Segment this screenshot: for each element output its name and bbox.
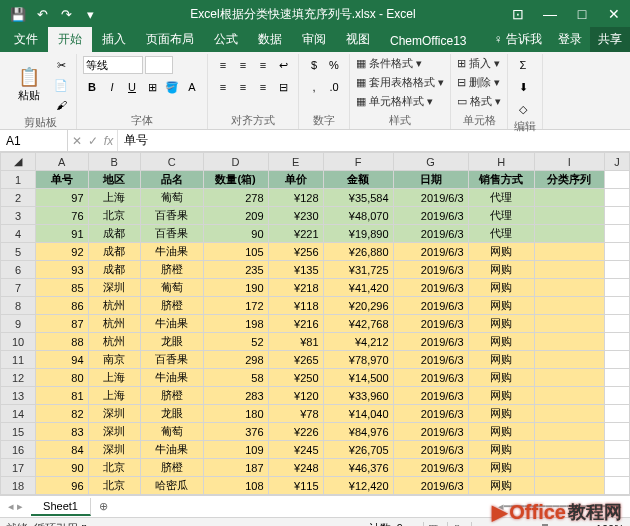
row-head[interactable]: 2 xyxy=(1,189,36,207)
cell[interactable]: ¥41,420 xyxy=(323,279,393,297)
row-head[interactable]: 12 xyxy=(1,369,36,387)
cell[interactable]: 2019/6/3 xyxy=(393,369,468,387)
row-head[interactable]: 6 xyxy=(1,261,36,279)
cell[interactable] xyxy=(534,477,604,495)
col-head[interactable]: C xyxy=(141,153,204,171)
tab-insert[interactable]: 插入 xyxy=(92,27,136,52)
close-icon[interactable]: ✕ xyxy=(602,6,626,22)
cond-format-button[interactable]: ▦条件格式 ▾ xyxy=(356,56,422,71)
cell[interactable]: ¥14,040 xyxy=(323,405,393,423)
cell[interactable]: 90 xyxy=(36,459,89,477)
cell[interactable]: 脐橙 xyxy=(141,459,204,477)
cell[interactable]: 209 xyxy=(203,207,268,225)
cell[interactable]: 86 xyxy=(36,297,89,315)
cell[interactable]: 北京 xyxy=(88,207,141,225)
row-head[interactable]: 10 xyxy=(1,333,36,351)
header-cell[interactable]: 销售方式 xyxy=(468,171,534,189)
cell[interactable]: 96 xyxy=(36,477,89,495)
align-mid-icon[interactable]: ≡ xyxy=(234,56,252,74)
cell[interactable] xyxy=(534,333,604,351)
row-head[interactable]: 13 xyxy=(1,387,36,405)
cell[interactable]: 2019/6/3 xyxy=(393,207,468,225)
cell[interactable]: 葡萄 xyxy=(141,189,204,207)
cell[interactable]: ¥245 xyxy=(268,441,323,459)
row-head[interactable]: 17 xyxy=(1,459,36,477)
cut-icon[interactable]: ✂ xyxy=(52,56,70,74)
currency-icon[interactable]: $ xyxy=(305,56,323,74)
delete-cells-button[interactable]: ⊟删除 ▾ xyxy=(457,75,500,90)
table-format-button[interactable]: ▦套用表格格式 ▾ xyxy=(356,75,444,90)
col-head[interactable]: D xyxy=(203,153,268,171)
ribbon-options-icon[interactable]: ⊡ xyxy=(506,6,530,22)
cell[interactable] xyxy=(534,189,604,207)
cell[interactable]: 网购 xyxy=(468,459,534,477)
cell[interactable]: 成都 xyxy=(88,243,141,261)
cell[interactable]: 牛油果 xyxy=(141,441,204,459)
row-head[interactable]: 11 xyxy=(1,351,36,369)
maximize-icon[interactable]: □ xyxy=(570,6,594,22)
cell[interactable]: 深圳 xyxy=(88,279,141,297)
cell[interactable]: 深圳 xyxy=(88,405,141,423)
cell[interactable]: 2019/6/3 xyxy=(393,405,468,423)
cell[interactable] xyxy=(534,243,604,261)
view-pagebreak-icon[interactable]: ▭ xyxy=(471,522,491,526)
cell[interactable]: 北京 xyxy=(88,459,141,477)
cell[interactable]: 成都 xyxy=(88,261,141,279)
tab-data[interactable]: 数据 xyxy=(248,27,292,52)
cell[interactable]: 80 xyxy=(36,369,89,387)
cell[interactable]: 网购 xyxy=(468,261,534,279)
bold-button[interactable]: B xyxy=(83,78,101,96)
cell[interactable]: 南京 xyxy=(88,351,141,369)
align-right-icon[interactable]: ≡ xyxy=(254,78,272,96)
col-head[interactable]: I xyxy=(534,153,604,171)
cell[interactable]: 百香果 xyxy=(141,225,204,243)
cell[interactable] xyxy=(534,369,604,387)
share-button[interactable]: 共享 xyxy=(590,27,630,52)
cell[interactable]: 376 xyxy=(203,423,268,441)
tab-review[interactable]: 审阅 xyxy=(292,27,336,52)
cell[interactable]: ¥12,420 xyxy=(323,477,393,495)
cell[interactable]: ¥226 xyxy=(268,423,323,441)
cell[interactable]: 2019/6/3 xyxy=(393,243,468,261)
cell[interactable]: ¥81 xyxy=(268,333,323,351)
cell[interactable]: 成都 xyxy=(88,225,141,243)
cell[interactable]: 2019/6/3 xyxy=(393,279,468,297)
cancel-fx-icon[interactable]: ✕ xyxy=(72,134,82,148)
cell[interactable]: 84 xyxy=(36,441,89,459)
cell[interactable]: 网购 xyxy=(468,243,534,261)
cell[interactable]: 2019/6/3 xyxy=(393,351,468,369)
cell[interactable]: 深圳 xyxy=(88,423,141,441)
cell[interactable]: 杭州 xyxy=(88,297,141,315)
cell[interactable]: 108 xyxy=(203,477,268,495)
row-head[interactable]: 3 xyxy=(1,207,36,225)
dec-inc-icon[interactable]: .0 xyxy=(325,78,343,96)
row-head[interactable]: 9 xyxy=(1,315,36,333)
align-bot-icon[interactable]: ≡ xyxy=(254,56,272,74)
cell[interactable]: 代理 xyxy=(468,225,534,243)
cell[interactable]: ¥135 xyxy=(268,261,323,279)
cell[interactable]: ¥118 xyxy=(268,297,323,315)
cell[interactable]: ¥46,376 xyxy=(323,459,393,477)
sheet-nav[interactable]: ◂ ▸ xyxy=(0,500,31,513)
row-head[interactable]: 14 xyxy=(1,405,36,423)
cell[interactable]: 94 xyxy=(36,351,89,369)
cell[interactable]: 2019/6/3 xyxy=(393,297,468,315)
cell[interactable]: ¥216 xyxy=(268,315,323,333)
cell[interactable]: 105 xyxy=(203,243,268,261)
col-head[interactable]: H xyxy=(468,153,534,171)
cell[interactable]: ¥218 xyxy=(268,279,323,297)
cell[interactable]: 网购 xyxy=(468,387,534,405)
row-head[interactable]: 5 xyxy=(1,243,36,261)
cell[interactable] xyxy=(534,351,604,369)
cell[interactable] xyxy=(534,423,604,441)
cell[interactable]: 91 xyxy=(36,225,89,243)
cell[interactable]: ¥248 xyxy=(268,459,323,477)
align-left-icon[interactable]: ≡ xyxy=(214,78,232,96)
cell[interactable]: ¥48,070 xyxy=(323,207,393,225)
italic-button[interactable]: I xyxy=(103,78,121,96)
cell[interactable]: 172 xyxy=(203,297,268,315)
redo-icon[interactable]: ↷ xyxy=(56,4,76,24)
cell[interactable]: 283 xyxy=(203,387,268,405)
cell[interactable]: ¥78 xyxy=(268,405,323,423)
cell[interactable]: 网购 xyxy=(468,279,534,297)
